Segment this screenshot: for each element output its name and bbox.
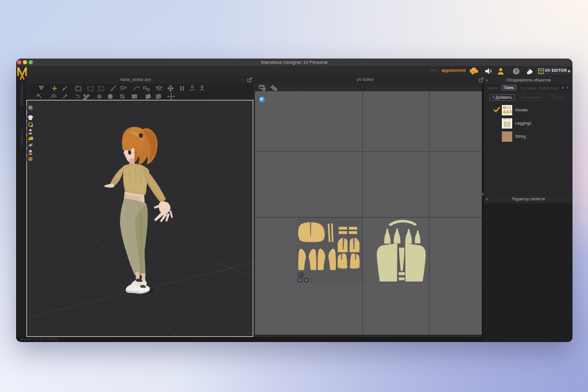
svg-text:?: ? <box>514 68 517 74</box>
svg-text:1: 1 <box>311 279 312 282</box>
